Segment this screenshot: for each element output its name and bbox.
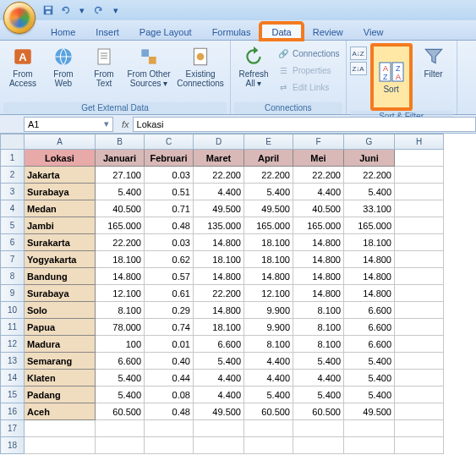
cell[interactable] xyxy=(96,420,145,437)
col-header-H[interactable]: H xyxy=(395,134,444,150)
row-header-15[interactable]: 15 xyxy=(1,386,25,403)
cell[interactable]: 0.03 xyxy=(145,167,194,184)
worksheet[interactable]: ABCDEFGH1LokasiJanuariFebruariMaretApril… xyxy=(0,134,476,454)
cell[interactable] xyxy=(244,420,293,437)
col-header-F[interactable]: F xyxy=(293,134,344,150)
select-all-corner[interactable] xyxy=(1,134,25,150)
cell[interactable]: 18.100 xyxy=(194,319,244,336)
cell-lokasi[interactable]: Medan xyxy=(25,200,96,217)
row-header-5[interactable]: 5 xyxy=(1,217,25,234)
header-cell[interactable]: Januari xyxy=(96,150,145,167)
row-header-13[interactable]: 13 xyxy=(1,353,25,370)
cell-lokasi[interactable]: Bandung xyxy=(25,268,96,285)
cell[interactable] xyxy=(395,437,444,454)
cell[interactable]: 14.800 xyxy=(194,302,244,319)
cell[interactable]: 40.500 xyxy=(293,200,344,217)
cell[interactable]: 5.400 xyxy=(293,353,344,370)
from-web-button[interactable]: From Web xyxy=(44,43,83,90)
cell[interactable]: 12.100 xyxy=(96,285,145,302)
cell[interactable]: 4.400 xyxy=(194,386,244,403)
cell[interactable]: 165.000 xyxy=(96,217,145,234)
cell-lokasi[interactable]: Jakarta xyxy=(25,167,96,184)
col-header-D[interactable]: D xyxy=(194,134,244,150)
cell[interactable]: 18.100 xyxy=(96,251,145,268)
cell[interactable]: 49.500 xyxy=(244,200,293,217)
cell[interactable]: 8.100 xyxy=(96,302,145,319)
refresh-all-button[interactable]: Refresh All ▾ xyxy=(234,43,273,90)
redo-icon[interactable] xyxy=(91,3,107,18)
cell[interactable]: 0.01 xyxy=(145,336,194,353)
cell[interactable]: 60.500 xyxy=(244,403,293,420)
row-header-14[interactable]: 14 xyxy=(1,370,25,386)
cell-lokasi[interactable]: Yogyakarta xyxy=(25,251,96,268)
cell[interactable]: 22.200 xyxy=(244,167,293,184)
row-header-1[interactable]: 1 xyxy=(1,150,25,167)
cell[interactable]: 8.100 xyxy=(293,319,344,336)
cell[interactable]: 165.000 xyxy=(293,217,344,234)
name-box[interactable]: A1▾ xyxy=(24,117,113,132)
cell[interactable] xyxy=(194,420,244,437)
cell-lokasi[interactable]: Padang xyxy=(25,386,96,403)
cell[interactable]: 14.800 xyxy=(293,285,344,302)
cell[interactable]: 5.400 xyxy=(96,184,145,200)
cell[interactable]: 100 xyxy=(96,336,145,353)
cell[interactable]: 14.800 xyxy=(344,268,395,285)
cell[interactable]: 5.400 xyxy=(194,353,244,370)
row-header-10[interactable]: 10 xyxy=(1,302,25,319)
from-other-sources-button[interactable]: From Other Sources ▾ xyxy=(125,43,172,90)
cell[interactable]: 14.800 xyxy=(344,285,395,302)
cell[interactable]: 4.400 xyxy=(194,370,244,386)
cell[interactable]: 14.800 xyxy=(293,234,344,251)
cell[interactable]: 33.100 xyxy=(344,200,395,217)
cell[interactable]: 0.03 xyxy=(145,234,194,251)
connections-button[interactable]: 🔗Connections xyxy=(275,46,342,61)
col-header-A[interactable]: A xyxy=(25,134,96,150)
cell[interactable] xyxy=(395,217,444,234)
cell[interactable]: 4.400 xyxy=(244,370,293,386)
row-header-17[interactable]: 17 xyxy=(1,420,25,437)
cell[interactable] xyxy=(395,386,444,403)
cell[interactable] xyxy=(194,437,244,454)
cell[interactable]: 14.800 xyxy=(244,268,293,285)
cell[interactable] xyxy=(145,437,194,454)
cell[interactable]: 5.400 xyxy=(96,370,145,386)
cell[interactable]: 49.500 xyxy=(194,200,244,217)
cell[interactable]: 5.400 xyxy=(244,184,293,200)
cell[interactable]: 49.500 xyxy=(344,403,395,420)
cell[interactable] xyxy=(395,319,444,336)
cell[interactable] xyxy=(395,167,444,184)
cell-lokasi[interactable]: Aceh xyxy=(25,403,96,420)
cell[interactable]: 0.57 xyxy=(145,268,194,285)
cell[interactable]: 9.900 xyxy=(244,319,293,336)
cell[interactable]: 18.100 xyxy=(194,251,244,268)
from-text-button[interactable]: From Text xyxy=(85,43,123,90)
cell[interactable]: 5.400 xyxy=(244,386,293,403)
cell-lokasi[interactable]: Surakarta xyxy=(25,234,96,251)
row-header-9[interactable]: 9 xyxy=(1,285,25,302)
col-header-B[interactable]: B xyxy=(96,134,145,150)
tab-view[interactable]: View xyxy=(353,24,394,40)
col-header-E[interactable]: E xyxy=(244,134,293,150)
cell[interactable]: 5.400 xyxy=(344,353,395,370)
cell-lokasi[interactable]: Madura xyxy=(25,336,96,353)
cell[interactable]: 165.000 xyxy=(244,217,293,234)
row-header-7[interactable]: 7 xyxy=(1,251,25,268)
from-access-button[interactable]: AFrom Access xyxy=(3,43,42,90)
cell[interactable]: 8.100 xyxy=(293,302,344,319)
cell[interactable]: 8.100 xyxy=(293,336,344,353)
tab-review[interactable]: Review xyxy=(303,24,353,40)
cell[interactable]: 5.400 xyxy=(344,184,395,200)
cell-lokasi[interactable]: Surabaya xyxy=(25,184,96,200)
cell[interactable]: 14.800 xyxy=(293,251,344,268)
row-header-3[interactable]: 3 xyxy=(1,184,25,200)
cell[interactable]: 0.71 xyxy=(145,200,194,217)
existing-connections-button[interactable]: Existing Connections xyxy=(174,43,227,90)
cell[interactable] xyxy=(395,150,444,167)
header-cell[interactable]: Mei xyxy=(293,150,344,167)
row-header-11[interactable]: 11 xyxy=(1,319,25,336)
cell[interactable]: 5.400 xyxy=(293,386,344,403)
cell[interactable]: 78.000 xyxy=(96,319,145,336)
cell-lokasi[interactable]: Jambi xyxy=(25,217,96,234)
cell[interactable]: 165.000 xyxy=(344,217,395,234)
sort-desc-button[interactable]: Z↓A xyxy=(350,62,367,75)
